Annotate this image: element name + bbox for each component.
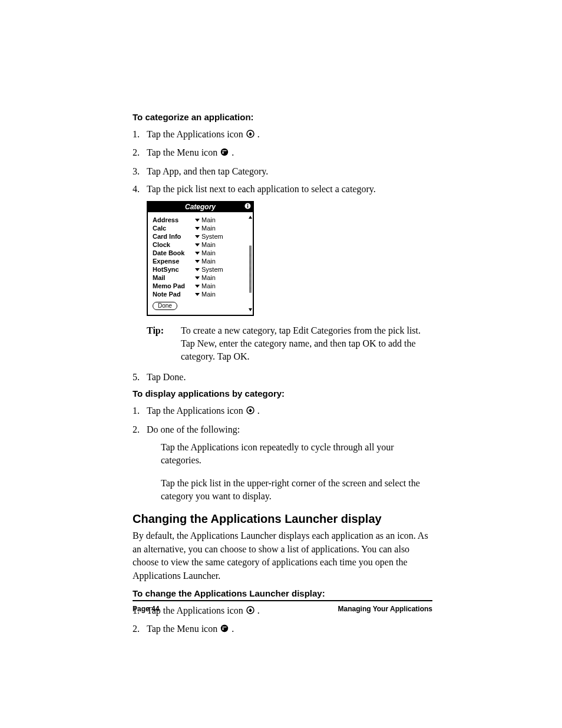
app-name: Card Info: [153, 232, 195, 241]
substep-2: Tap the pick list in the upper-right cor…: [161, 477, 432, 503]
svg-rect-3: [223, 152, 224, 154]
step-text: Tap the Menu icon: [147, 624, 220, 634]
app-name: Expense: [153, 257, 195, 265]
category-row: Card InfoSystem: [153, 232, 247, 241]
app-name: Clock: [153, 241, 195, 249]
step-text: Tap App, and then tap Category.: [147, 166, 268, 176]
step-text: Tap the Applications icon: [147, 406, 246, 416]
substep-1: Tap the Applications icon repeatedly to …: [161, 441, 432, 467]
applications-home-icon: [246, 405, 254, 418]
tip-label: Tip:: [147, 324, 181, 364]
category-picklist[interactable]: System: [195, 232, 247, 241]
dropdown-triangle-icon: [195, 276, 200, 279]
step-number: 3.: [133, 165, 140, 178]
step-1: 1. Tap the Applications icon .: [133, 404, 432, 418]
category-row: AddressMain: [153, 216, 247, 224]
category-value: Main: [201, 291, 216, 298]
step-number: 2.: [133, 622, 140, 635]
footer-rule: [133, 600, 432, 601]
done-button[interactable]: Done: [153, 302, 177, 310]
category-value: System: [201, 233, 223, 240]
heading-categorize: To categorize an application:: [133, 112, 432, 122]
screen-title-bar: Category: [148, 202, 253, 212]
app-name: Memo Pad: [153, 282, 195, 290]
category-picklist[interactable]: System: [195, 265, 247, 274]
step-2: 2. Do one of the following:: [133, 423, 432, 436]
scroll-thumb[interactable]: [249, 245, 252, 292]
step-number: 2.: [133, 146, 140, 159]
page-number: Page 44: [133, 605, 159, 613]
menu-icon: [220, 623, 229, 636]
heading-display-by-category: To display applications by category:: [133, 388, 432, 398]
dropdown-triangle-icon: [195, 219, 200, 222]
step-text: Tap Done.: [147, 372, 186, 382]
category-row: ExpenseMain: [153, 257, 247, 265]
menu-icon: [220, 147, 229, 160]
info-icon[interactable]: [244, 203, 251, 211]
document-page: To categorize an application: 1. Tap the…: [0, 0, 562, 728]
svg-rect-11: [223, 628, 224, 631]
dropdown-triangle-icon: [195, 227, 200, 230]
steps-display: 1. Tap the Applications icon . 2. Do one…: [133, 404, 432, 436]
svg-rect-5: [247, 204, 249, 205]
svg-point-1: [221, 149, 228, 156]
steps-categorize-cont: 5. Tap Done.: [133, 371, 432, 384]
step-5: 5. Tap Done.: [133, 371, 432, 384]
app-name: HotSync: [153, 265, 195, 274]
screen-body: AddressMainCalcMainCard InfoSystemClockM…: [148, 212, 253, 315]
category-row: Note PadMain: [153, 290, 247, 298]
app-name: Calc: [153, 224, 195, 232]
scrollbar[interactable]: [249, 216, 252, 311]
tip-block: Tip: To create a new category, tap Edit …: [147, 324, 432, 364]
section-body: By default, the Applications Launcher di…: [133, 529, 432, 582]
step-4: 4. Tap the pick list next to each applic…: [133, 183, 432, 196]
category-value: Main: [201, 241, 216, 248]
applications-home-icon: [246, 129, 254, 141]
category-row: CalcMain: [153, 224, 247, 232]
app-name: Mail: [153, 274, 195, 282]
category-row: MailMain: [153, 274, 247, 282]
scroll-down-icon[interactable]: [249, 308, 252, 311]
category-picklist[interactable]: Main: [195, 274, 247, 282]
category-row: ClockMain: [153, 241, 247, 249]
dropdown-triangle-icon: [195, 252, 200, 255]
category-screen: Category AddressMainCalcMainCard InfoSys…: [147, 201, 254, 316]
category-picklist[interactable]: Main: [195, 249, 247, 257]
category-value: Main: [201, 274, 216, 281]
category-value: System: [201, 266, 223, 273]
category-picklist[interactable]: Main: [195, 257, 247, 265]
screen-title: Category: [185, 203, 216, 211]
category-value: Main: [201, 216, 216, 223]
step-number: 1.: [133, 404, 140, 417]
section-title: Changing the Applications Launcher displ…: [133, 512, 432, 526]
step-text: Tap the Applications icon: [147, 129, 246, 139]
step-text-end: .: [257, 406, 260, 416]
step-text-end: .: [257, 129, 260, 139]
scroll-up-icon[interactable]: [249, 216, 252, 219]
app-name: Date Book: [153, 249, 195, 257]
tip-text: To create a new category, tap Edit Categ…: [181, 324, 432, 364]
dropdown-triangle-icon: [195, 285, 200, 288]
step-text: Tap the pick list next to each applicati…: [147, 184, 376, 194]
svg-point-9: [221, 625, 228, 632]
step-text: Do one of the following:: [147, 424, 240, 434]
category-picklist[interactable]: Main: [195, 216, 247, 224]
category-picklist[interactable]: Main: [195, 241, 247, 249]
svg-rect-2: [223, 150, 227, 151]
step-1: 1. Tap the Applications icon .: [133, 128, 432, 141]
category-picklist[interactable]: Main: [195, 290, 247, 298]
category-row: HotSyncSystem: [153, 265, 247, 274]
category-picklist[interactable]: Main: [195, 224, 247, 232]
category-picklist[interactable]: Main: [195, 282, 247, 290]
step-2: 2. Tap the Menu icon .: [133, 146, 432, 160]
step-text-end: .: [232, 624, 234, 634]
category-value: Main: [201, 258, 216, 265]
category-row: Memo PadMain: [153, 282, 247, 290]
svg-rect-10: [223, 627, 227, 627]
step-2: 2. Tap the Menu icon .: [133, 622, 432, 636]
category-value: Main: [201, 225, 216, 232]
dropdown-triangle-icon: [195, 293, 200, 296]
category-value: Main: [201, 249, 216, 256]
chapter-title: Managing Your Applications: [338, 605, 432, 613]
step-text: Tap the Menu icon: [147, 147, 220, 157]
